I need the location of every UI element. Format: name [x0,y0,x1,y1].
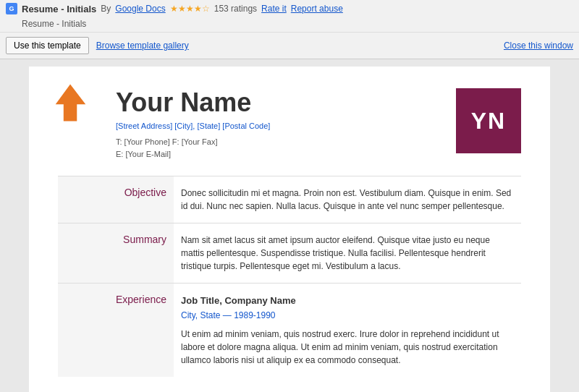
job-description: Ut enim ad minim veniam, quis nostrud ex… [181,328,514,367]
preview-area: Your Name [Street Address] [City], [Stat… [0,59,579,392]
rate-link[interactable]: Rate it [261,4,287,14]
resume-identity: Your Name [Street Address] [City], [Stat… [116,88,270,161]
use-template-button[interactable]: Use this template [6,37,89,54]
job-title: Job Title, Company Name [181,294,514,308]
resume-name: Your Name [116,88,270,117]
title-row: G Resume - Initials By Google Docs ★★★★☆… [6,3,573,14]
svg-marker-0 [56,85,86,122]
experience-content: Job Title, Company Name City, State — 19… [174,283,521,377]
summary-content: Nam sit amet lacus sit amet ipsum auctor… [174,223,521,283]
resume-header: Your Name [Street Address] [City], [Stat… [116,88,521,161]
initials-box: YN [456,88,521,153]
close-window-link[interactable]: Close this window [504,41,573,51]
action-bar: Use this template Browse template galler… [0,33,579,59]
author-link[interactable]: Google Docs [115,4,165,14]
resume-contact: T: [Your Phone] F: [Your Fax] E: [Your E… [116,136,270,161]
action-left: Use this template Browse template galler… [6,37,189,54]
document-page: Your Name [Street Address] [City], [Stat… [29,67,550,392]
objective-label: Objective [58,176,174,223]
summary-label: Summary [58,223,174,283]
doc-icon: G [6,3,17,14]
objective-content: Donec sollicitudin mi et magna. Proin no… [174,176,521,223]
subtitle-text: Resume - Initials [6,19,86,29]
browse-gallery-link[interactable]: Browse template gallery [96,41,189,51]
table-row: Objective Donec sollicitudin mi et magna… [58,176,521,223]
star-rating: ★★★★☆ [170,4,210,14]
job-location: City, State — 1989-1990 [181,309,514,322]
table-row: Experience Job Title, Company Name City,… [58,283,521,377]
by-text: By [101,4,111,14]
phone-line: T: [Your Phone] F: [Your Fax] [116,137,217,146]
top-bar: G Resume - Initials By Google Docs ★★★★☆… [0,0,579,33]
page-title: Resume - Initials [22,4,96,14]
email-line: E: [Your E-Mail] [116,150,171,158]
report-abuse-link[interactable]: Report abuse [291,4,343,14]
table-row: Summary Nam sit amet lacus sit amet ipsu… [58,223,521,283]
resume-address: [Street Address] [City], [State] [Postal… [116,122,270,130]
resume-sections-table: Objective Donec sollicitudin mi et magna… [58,176,521,378]
ratings-count: 153 ratings [214,4,257,14]
experience-label: Experience [58,283,174,377]
